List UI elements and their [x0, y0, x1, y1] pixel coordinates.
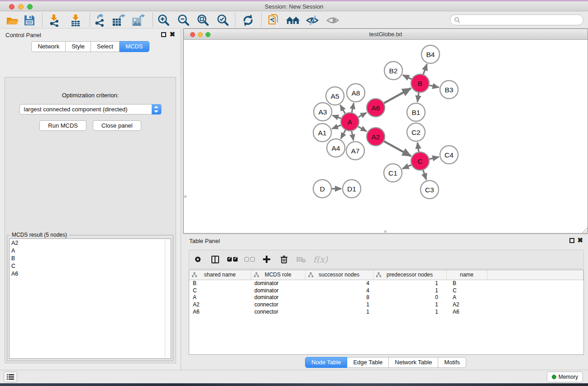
tab-node-table[interactable]: Node Table: [305, 357, 348, 368]
table-cell[interactable]: 1: [373, 280, 446, 287]
mcds-result-item[interactable]: C: [10, 262, 171, 270]
graph-node-B1[interactable]: B1: [407, 103, 425, 121]
table-cell[interactable]: A2: [189, 301, 251, 308]
zoom-fit-button[interactable]: [195, 14, 210, 27]
table-cell[interactable]: A: [446, 294, 487, 301]
graph-node-A[interactable]: A: [341, 113, 359, 131]
mcds-list-scrollbar[interactable]: [165, 239, 171, 358]
zoom-out-button[interactable]: [176, 14, 191, 27]
window-resize-handle[interactable]: [582, 228, 588, 233]
close-panel-icon[interactable]: ✖: [169, 30, 175, 38]
graph-node-A7[interactable]: A7: [346, 142, 364, 160]
table-row[interactable]: Adominator80A: [189, 294, 583, 301]
graph-node-A2[interactable]: A2: [367, 128, 385, 146]
import-table-button[interactable]: [68, 14, 83, 27]
function-builder-button[interactable]: f(x): [310, 254, 331, 264]
table-cell[interactable]: connector: [251, 308, 305, 315]
graph-node-A8[interactable]: A8: [347, 84, 365, 102]
table-cell[interactable]: connector: [251, 301, 305, 308]
graph-node-B[interactable]: B: [411, 74, 429, 92]
export-table-button[interactable]: [111, 14, 126, 27]
table-row[interactable]: A2connector11A2: [189, 301, 583, 308]
column-header[interactable]: name: [446, 270, 487, 280]
graph-node-B3[interactable]: B3: [440, 81, 458, 99]
table-cell[interactable]: C: [189, 287, 251, 294]
refresh-button[interactable]: [240, 14, 256, 27]
run-mcds-button[interactable]: Run MCDS: [39, 120, 86, 131]
search-input[interactable]: [460, 16, 583, 24]
graph-edge-B-B2[interactable]: [403, 75, 413, 80]
table-cell[interactable]: 1: [305, 308, 373, 315]
table-row[interactable]: Bdominator41B: [189, 280, 583, 287]
duplicate-network-button[interactable]: [266, 14, 282, 27]
table-cell[interactable]: dominator: [251, 280, 305, 287]
graph-node-C2[interactable]: C2: [407, 123, 425, 141]
import-network-button[interactable]: [47, 14, 62, 27]
table-cell[interactable]: 4: [305, 287, 373, 294]
zoom-in-button[interactable]: [156, 14, 171, 27]
network-window-titlebar[interactable]: testGlobe.txt: [184, 29, 588, 40]
table-options-button[interactable]: [189, 255, 206, 264]
table-cell[interactable]: dominator: [251, 294, 305, 301]
tab-motifs[interactable]: Motifs: [438, 357, 466, 368]
column-header[interactable]: shared name: [189, 270, 251, 280]
deselect-all-button[interactable]: [241, 257, 258, 262]
tab-network-table[interactable]: Network Table: [389, 357, 438, 368]
graph-edge-A-A8[interactable]: [352, 103, 354, 114]
table-cell[interactable]: 8: [305, 294, 373, 301]
graph-edge-A2-C[interactable]: [383, 141, 411, 156]
table-cell[interactable]: 1: [373, 308, 446, 315]
criterion-select[interactable]: largest connected component (directed): [19, 104, 162, 114]
table-cell[interactable]: A: [189, 294, 251, 301]
table-cell[interactable]: A2: [446, 301, 487, 308]
graph-node-A6[interactable]: A6: [367, 99, 385, 117]
export-network-button[interactable]: [92, 14, 107, 27]
show-columns-button[interactable]: [206, 256, 224, 263]
graph-edge-A-A2[interactable]: [357, 126, 367, 131]
table-cell[interactable]: A6: [446, 308, 487, 315]
column-header[interactable]: MCDS role: [251, 270, 305, 280]
save-session-button[interactable]: [22, 14, 37, 27]
graph-edge-C-C4[interactable]: [428, 157, 439, 159]
table-cell[interactable]: C: [446, 287, 487, 294]
tab-style[interactable]: Style: [66, 41, 91, 52]
table-cell[interactable]: dominator: [251, 287, 305, 294]
tab-select[interactable]: Select: [91, 41, 120, 52]
graph-node-C1[interactable]: C1: [384, 164, 402, 182]
mcds-result-item[interactable]: A: [10, 247, 171, 254]
network-canvas[interactable]: AA1A2A3A4A5A6A7A8BB1B2B3B4CC1C2C3C4DD1: [184, 40, 588, 233]
tab-edge-table[interactable]: Edge Table: [347, 357, 389, 368]
graph-node-C[interactable]: C: [411, 152, 429, 170]
graph-node-B2[interactable]: B2: [384, 62, 402, 80]
graph-node-A3[interactable]: A3: [314, 103, 332, 121]
home-button[interactable]: [285, 14, 301, 27]
graph-node-B4[interactable]: B4: [421, 45, 440, 63]
task-history-button[interactable]: [4, 372, 17, 382]
float-panel-icon[interactable]: [161, 32, 166, 37]
graph-node-C3[interactable]: C3: [421, 181, 439, 199]
graph-edge-A-A7[interactable]: [351, 130, 353, 141]
graph-edge-A-A4[interactable]: [341, 129, 346, 139]
table-cell[interactable]: B: [446, 280, 487, 287]
close-panel-button[interactable]: Close panel: [93, 120, 141, 131]
graph-node-A1[interactable]: A1: [313, 124, 331, 142]
graph-edge-A-A1[interactable]: [332, 125, 342, 129]
column-header[interactable]: predecessor nodes: [373, 270, 446, 280]
select-all-button[interactable]: [224, 257, 241, 262]
graph-node-C4[interactable]: C4: [440, 146, 458, 164]
table-row[interactable]: Cdominator41C: [189, 287, 583, 294]
table-cell[interactable]: 1: [373, 287, 446, 294]
graph-edge-B-B4[interactable]: [423, 64, 427, 76]
graph-edge-B-B3[interactable]: [428, 85, 439, 87]
hide-panels-button[interactable]: [305, 14, 320, 27]
table-cell[interactable]: 0: [373, 294, 446, 301]
memory-button[interactable]: Memory: [547, 372, 583, 382]
zoom-selected-button[interactable]: [215, 14, 230, 27]
table-row[interactable]: A6connector11A6: [189, 308, 583, 315]
graph-edge-C-C1[interactable]: [402, 164, 412, 169]
graph-edge-B-B1[interactable]: [417, 91, 419, 102]
graph-edge-A6-B[interactable]: [383, 88, 411, 104]
mcds-result-item[interactable]: B: [10, 254, 171, 262]
graph-node-A4[interactable]: A4: [327, 139, 345, 157]
table-cell[interactable]: B: [189, 280, 251, 287]
